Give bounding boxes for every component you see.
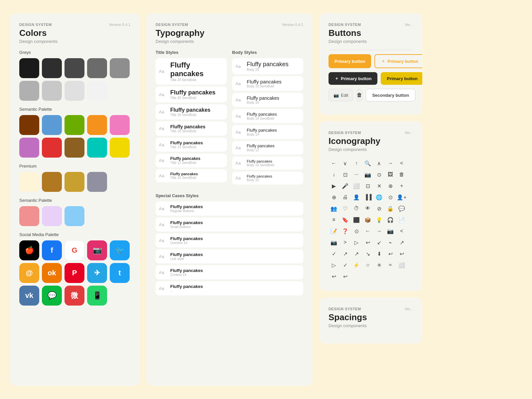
social-icon-vkontakte: vk xyxy=(19,286,39,306)
edit-btn[interactable]: 📷 Edit xyxy=(329,89,353,101)
typo-sample: Fluffy pancakes xyxy=(170,220,203,225)
semantic2-grid xyxy=(19,206,130,226)
typo-meta: Body 16 xyxy=(247,101,279,104)
typo-meta: Body 14 SemiBold xyxy=(247,117,277,120)
color-swatch xyxy=(87,81,107,101)
plus-icon: ＋ xyxy=(381,58,385,64)
color-swatch xyxy=(65,206,84,226)
icon-cell: ❓ xyxy=(340,226,350,236)
typo-sample: Fluffy pancakes xyxy=(170,204,203,209)
typo-title-row: Aa Fluffy pancakes Title 14 SemiBold xyxy=(156,138,227,152)
primary-btn-orange-outline[interactable]: ＋ Primary button xyxy=(374,54,422,68)
icon-cell: ↩ xyxy=(385,248,396,259)
icon-cell: ⊡ xyxy=(362,181,373,191)
typo-meta: Overline 10 xyxy=(170,241,203,245)
colors-version: Version 0.4.1 xyxy=(109,23,130,27)
icon-cell: ▷ xyxy=(351,237,362,248)
icon-cell: ⌁ xyxy=(385,237,396,248)
icon-cell: 👁 xyxy=(362,203,373,214)
aa-label: Aa xyxy=(159,158,166,163)
social-icon-odnoklassniki: ok xyxy=(42,263,62,283)
spacings-title: Spacings xyxy=(329,312,413,323)
body-styles-label: Body Styles xyxy=(232,50,303,55)
iconography-label: DESIGN SYSTEM xyxy=(329,131,361,135)
social-icon-telegram: ✈ xyxy=(87,263,107,283)
typo-meta: Title 10 SemiBold xyxy=(170,176,198,180)
camera-icon: 📷 xyxy=(333,93,339,98)
semantic-grid xyxy=(19,115,130,158)
aa-label: Aa xyxy=(159,142,166,147)
aa-label: Aa xyxy=(159,206,166,211)
icon-cell: ↑ xyxy=(351,158,362,169)
typo-sample: Fluffy pancakes xyxy=(170,107,210,113)
icon-cell: ♡ xyxy=(340,203,350,214)
typo-title-row: Aa Fluffy pancakes Title 20 SemiBold xyxy=(156,86,227,102)
icon-cell: ↩ xyxy=(396,248,407,259)
typo-title-row: Aa Fluffy pancakes Title 18 SemiBold xyxy=(156,104,227,119)
primary-btn-orange[interactable]: Primary button xyxy=(329,54,371,68)
icon-cell: ✳ xyxy=(374,260,384,270)
icon-cell: 🔍 xyxy=(362,158,373,169)
aa-label: Aa xyxy=(235,81,243,86)
typo-sample: Fluffy pancakes xyxy=(247,144,275,148)
icon-cell: ⊗ xyxy=(385,181,396,191)
primary-btn-yellow[interactable]: Primary button xyxy=(381,72,422,85)
icon-cell: ⬜ xyxy=(396,260,407,270)
colors-card: DESIGN SYSTEM Version 0.4.1 Colors Desig… xyxy=(10,13,140,386)
typo-meta: Small Buttons xyxy=(170,225,203,229)
icon-cell: ⊙ xyxy=(385,192,396,202)
color-swatch xyxy=(19,81,39,101)
aa-label: Aa xyxy=(159,173,166,178)
iconography-subtitle: Design components xyxy=(329,147,413,152)
icon-cell: 🌐 xyxy=(374,192,384,202)
social-icon-twitter-alt: 🐦 xyxy=(110,240,130,260)
secondary-btn[interactable]: Secondary button xyxy=(366,89,415,101)
aa-label: Aa xyxy=(159,254,166,259)
color-swatch xyxy=(19,58,39,78)
icon-cell: ⊙ xyxy=(351,226,362,236)
icon-cell: + xyxy=(396,181,407,191)
aa-label: Aa xyxy=(235,64,243,69)
typo-label: DESIGN SYSTEM xyxy=(156,23,188,27)
icon-cell: ✓ xyxy=(340,260,350,270)
icon-cell: ← xyxy=(362,226,373,236)
typo-sample: Fluffy pancakes xyxy=(170,140,203,145)
social-icon-facebook: f xyxy=(42,240,62,260)
premium-grid xyxy=(19,172,130,192)
icon-cell: → xyxy=(385,158,396,169)
icon-cell: > xyxy=(340,237,350,248)
buttons-subtitle: Design components xyxy=(329,39,413,44)
typo-meta: Title 18 SemiBold xyxy=(170,113,210,117)
semantic2-label: Semantic Palette xyxy=(19,198,130,203)
icon-cell: ○ xyxy=(362,260,373,270)
icon-cell: 👤+ xyxy=(396,192,407,202)
icon-cell: 📄 xyxy=(396,214,407,225)
color-swatch xyxy=(65,172,84,192)
title-styles-col: Title Styles Aa Fluffy pancakes Title 24… xyxy=(156,50,227,187)
divider-1 xyxy=(329,50,413,50)
primary-btn-dark[interactable]: ＋ Primary button xyxy=(329,72,377,85)
icon-cell: ↙ xyxy=(374,237,384,248)
iconography-version: Ver... xyxy=(405,131,413,135)
colors-card-label: DESIGN SYSTEM xyxy=(19,23,52,27)
social-grid: 🍎fG📷🐦@okP✈tvk💬微📱 xyxy=(19,240,130,306)
typo-meta: ... xyxy=(170,289,203,293)
typography-card: DESIGN SYSTEM Version 0.4.1 Typography D… xyxy=(146,13,313,386)
color-swatch xyxy=(19,115,39,135)
typo-meta: Body 16 SemiBold xyxy=(247,84,282,88)
trash-btn[interactable]: 🗑 xyxy=(356,89,362,101)
icon-cell: 📝 xyxy=(329,226,339,236)
typo-sample: Fluffy pancakes xyxy=(170,89,215,96)
typo-body-row: Aa Fluffy pancakes Body 10 xyxy=(232,172,303,185)
buttons-card-label: DESIGN SYSTEM xyxy=(329,23,361,27)
aa-label: Aa xyxy=(235,176,243,181)
icon-cell: ↩ xyxy=(340,271,350,282)
typo-special-row: Aa Fluffy pancakes Regular Buttons xyxy=(156,201,303,215)
icon-cell: 📷 xyxy=(385,226,396,236)
aa-label: Aa xyxy=(159,126,166,131)
typo-meta: Context 14 xyxy=(170,273,203,277)
icon-cell: 👤 xyxy=(351,192,362,202)
color-swatch xyxy=(42,172,62,192)
icon-cell: ▶ xyxy=(329,181,339,191)
typo-body-row: Aa Fluffy pancakes Body 16 SemiBold xyxy=(232,76,303,91)
